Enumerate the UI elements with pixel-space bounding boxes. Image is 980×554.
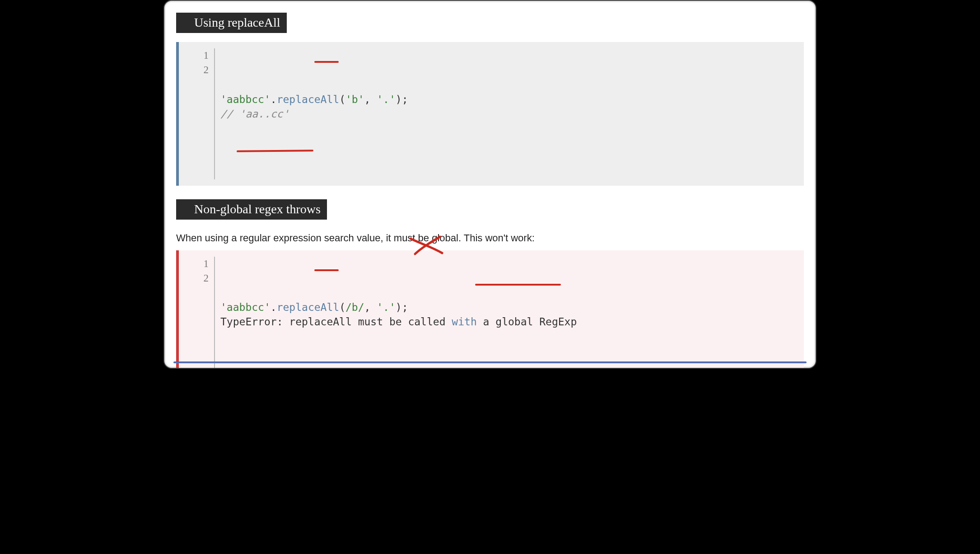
annotation-underline (314, 61, 339, 63)
section-title-nonglobal-throws: Non-global regex throws (176, 199, 327, 220)
code-token: replaceAll (277, 301, 339, 313)
paragraph-nonglobal-intro: When using a regular expression search v… (176, 232, 804, 244)
line-number: 2 (204, 272, 209, 284)
code-token: '.' (377, 301, 396, 313)
code-token: ( (339, 94, 345, 105)
slide: Using replaceAll 1 2 'aabbcc'.replaceAll… (163, 0, 817, 369)
code-token: 'aabbcc' (220, 94, 271, 105)
code-token: . (271, 94, 277, 105)
line-number: 2 (204, 64, 209, 75)
code-token: replaceAll (277, 94, 339, 105)
code-body: 'aabbcc'.replaceAll('b', '.'); // 'aa..c… (220, 92, 795, 121)
section-title-using-replaceall: Using replaceAll (176, 13, 287, 33)
code-token: // 'aa..cc' (220, 108, 289, 120)
code-token: ( (339, 301, 345, 313)
line-number: 1 (204, 50, 209, 61)
code-body: 'aabbcc'.replaceAll(/b/, '.'); TypeError… (220, 300, 795, 329)
code-block-basic: 1 2 'aabbcc'.replaceAll('b', '.'); // 'a… (176, 42, 804, 186)
code-gutter: 1 2 (196, 257, 215, 369)
code-token: a global RegExp (477, 316, 577, 328)
annotation-underline (475, 284, 561, 286)
code-token: 'aabbcc' (220, 301, 271, 313)
code-token: TypeError (220, 316, 277, 328)
code-gutter: 1 2 (196, 48, 215, 179)
code-token: replaceAll must be called (289, 316, 452, 328)
code-token: with (452, 316, 476, 328)
code-token: 'b' (345, 94, 364, 105)
code-token: , (364, 94, 377, 105)
code-block-error: 1 2 'aabbcc'.replaceAll(/b/, '.'); TypeE… (176, 250, 804, 369)
slide-bottom-rule (173, 362, 807, 363)
code-token: ); (396, 301, 408, 313)
line-number: 1 (204, 258, 209, 269)
code-token: /b/ (345, 301, 364, 313)
code-token: : (277, 316, 289, 328)
code-token: , (364, 301, 377, 313)
code-token: '.' (377, 94, 396, 105)
code-token: ); (396, 94, 408, 105)
annotation-underline (314, 269, 339, 271)
code-token: . (271, 301, 277, 313)
